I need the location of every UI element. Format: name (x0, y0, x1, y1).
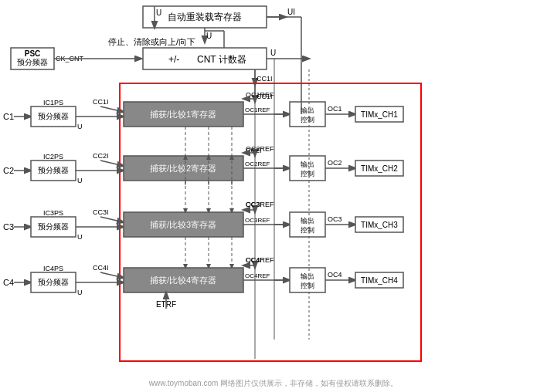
svg-text:+/-: +/- (168, 54, 179, 65)
svg-text:控制: 控制 (301, 282, 314, 289)
svg-text:CC3I: CC3I (93, 208, 109, 216)
svg-text:捕获/比较1寄存器: 捕获/比较1寄存器 (150, 110, 216, 119)
svg-text:U: U (77, 123, 83, 130)
svg-text:U: U (77, 233, 83, 241)
svg-text:UI: UI (287, 8, 295, 16)
svg-text:OC4REF: OC4REF (246, 256, 274, 264)
svg-text:U: U (270, 49, 276, 57)
svg-text:OC2REF: OC2REF (246, 145, 274, 153)
svg-text:CC2I: CC2I (93, 152, 109, 160)
svg-text:输出: 输出 (301, 217, 314, 225)
svg-text:OC3: OC3 (328, 215, 342, 223)
svg-text:CC1I: CC1I (257, 75, 273, 83)
svg-text:CNT 计数器: CNT 计数器 (197, 54, 246, 65)
svg-text:预分频器: 预分频器 (38, 112, 69, 120)
diagram-svg: 自动重装载寄存器 UI U 停止、清除或向上/向下 +/- CNT 计数器 PS… (0, 0, 547, 392)
svg-text:预分频器: 预分频器 (38, 166, 69, 174)
svg-text:预分频器: 预分频器 (17, 58, 48, 66)
svg-text:捕获/比较4寄存器: 捕获/比较4寄存器 (150, 275, 216, 285)
svg-text:CC1I: CC1I (93, 98, 109, 106)
svg-text:U: U (77, 177, 83, 184)
svg-text:C2: C2 (3, 166, 14, 175)
svg-text:输出: 输出 (301, 272, 314, 280)
svg-text:捕获/比较3寄存器: 捕获/比较3寄存器 (150, 220, 216, 229)
diagram-container: 自动重装载寄存器 UI U 停止、清除或向上/向下 +/- CNT 计数器 PS… (0, 0, 547, 392)
svg-text:U: U (77, 289, 83, 296)
watermark-text: www.toymoban.com 网络图片仅供展示，非存储，如有侵权请联系删除。 (149, 378, 398, 389)
svg-text:控制: 控制 (301, 226, 314, 234)
svg-text:OC2REF: OC2REF (245, 161, 270, 167)
svg-text:IC3PS: IC3PS (43, 209, 63, 217)
svg-text:控制: 控制 (301, 116, 314, 123)
svg-text:TIMx_CH4: TIMx_CH4 (361, 276, 398, 285)
svg-text:OC1REF: OC1REF (246, 91, 274, 99)
svg-text:OC1REF: OC1REF (245, 106, 270, 113)
svg-text:输出: 输出 (301, 161, 314, 168)
svg-text:CC4I: CC4I (93, 264, 109, 272)
svg-text:输出: 输出 (301, 106, 314, 114)
svg-text:预分频器: 预分频器 (38, 222, 69, 231)
svg-text:U: U (156, 8, 161, 17)
svg-text:TIMx_CH1: TIMx_CH1 (361, 110, 398, 119)
svg-text:停止、清除或向上/向下: 停止、清除或向上/向下 (108, 37, 195, 46)
svg-text:PSC: PSC (25, 49, 41, 58)
svg-text:OC1: OC1 (328, 105, 342, 113)
svg-text:TIMx_CH3: TIMx_CH3 (361, 221, 398, 229)
svg-text:C1: C1 (3, 112, 14, 121)
svg-text:OC2: OC2 (328, 159, 342, 167)
svg-text:U: U (206, 32, 212, 40)
svg-text:TIMx_CH2: TIMx_CH2 (361, 164, 398, 173)
svg-text:IC4PS: IC4PS (43, 265, 63, 272)
svg-text:控制: 控制 (301, 170, 314, 177)
svg-text:OC3REF: OC3REF (246, 201, 274, 208)
svg-text:IC2PS: IC2PS (43, 153, 63, 161)
svg-text:OC3REF: OC3REF (245, 217, 270, 224)
svg-text:C3: C3 (3, 222, 14, 231)
svg-text:自动重装载寄存器: 自动重装载寄存器 (168, 12, 242, 22)
svg-text:IC1PS: IC1PS (43, 99, 63, 106)
svg-text:预分频器: 预分频器 (38, 278, 69, 286)
svg-text:捕获/比较2寄存器: 捕获/比较2寄存器 (150, 164, 216, 173)
svg-text:C4: C4 (3, 278, 14, 287)
svg-text:OC4: OC4 (328, 271, 342, 279)
svg-text:OC4REF: OC4REF (245, 272, 270, 279)
